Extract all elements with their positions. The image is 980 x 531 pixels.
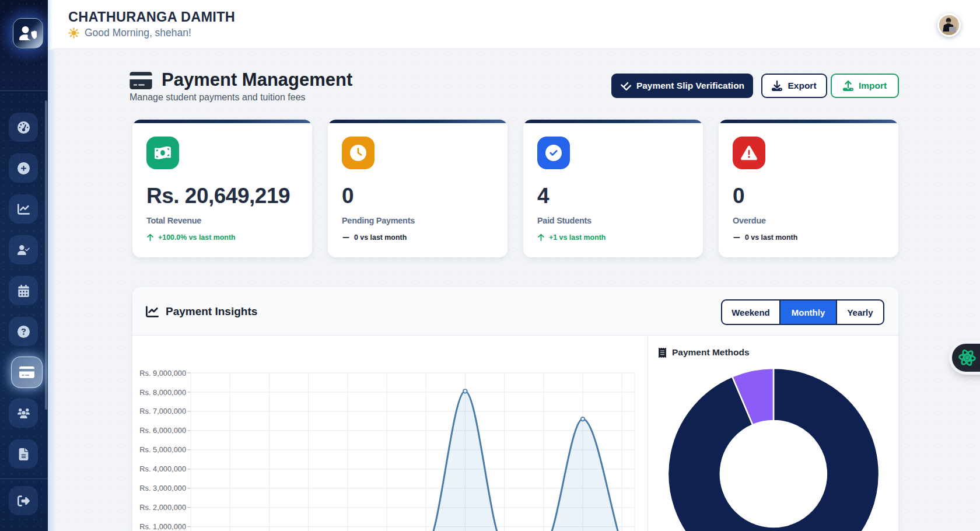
svg-text:Rs. 5,000,000: Rs. 5,000,000 (139, 445, 186, 454)
svg-text:Rs. 4,000,000: Rs. 4,000,000 (139, 464, 186, 473)
svg-text:Rs. 7,000,000: Rs. 7,000,000 (139, 407, 186, 415)
svg-text:Rs. 6,000,000: Rs. 6,000,000 (139, 426, 186, 435)
svg-text:Rs. 8,000,000: Rs. 8,000,000 (139, 388, 186, 397)
svg-text:Rs. 3,000,000: Rs. 3,000,000 (139, 484, 186, 492)
svg-text:Rs. 2,000,000: Rs. 2,000,000 (139, 503, 186, 512)
svg-text:Rs. 1,000,000: Rs. 1,000,000 (139, 522, 186, 531)
svg-text:Rs. 9,000,000: Rs. 9,000,000 (139, 369, 186, 378)
